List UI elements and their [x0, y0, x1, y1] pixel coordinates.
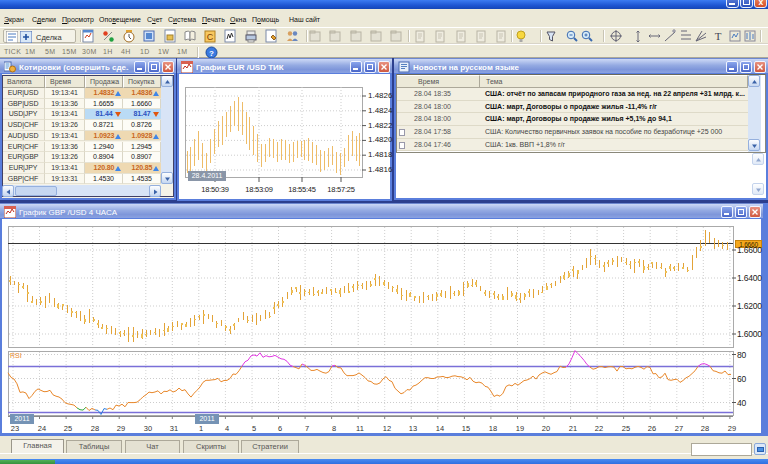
svg-text:T: T: [715, 30, 722, 42]
svg-text:?: ?: [209, 49, 214, 58]
svg-text:C: C: [207, 32, 214, 42]
